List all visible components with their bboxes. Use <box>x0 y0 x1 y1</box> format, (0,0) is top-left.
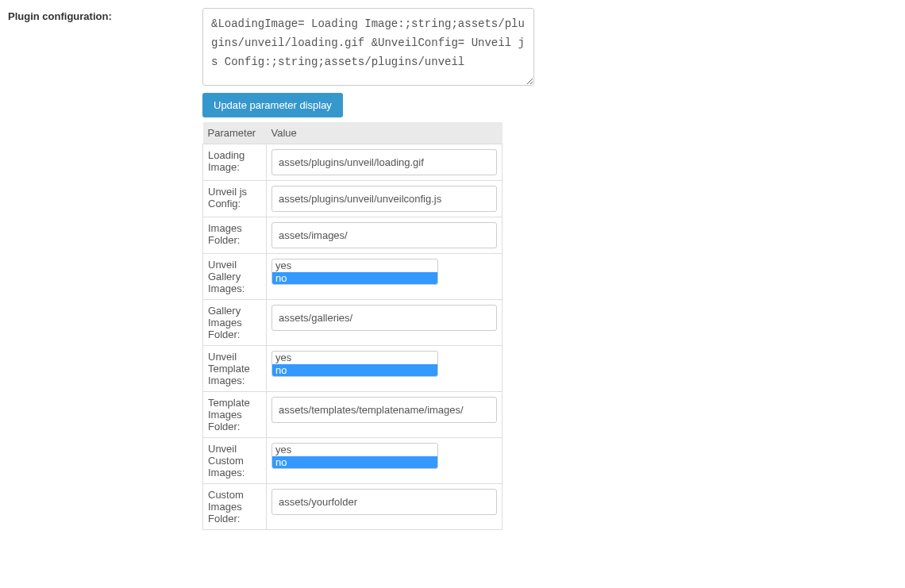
param-text-input[interactable] <box>272 149 497 175</box>
parameter-table: Parameter Value Loading Image:Unveil js … <box>202 122 503 530</box>
parameter-table-body: Loading Image:Unveil js Config:Images Fo… <box>203 144 503 530</box>
param-value-cell: yesno <box>267 254 503 300</box>
param-value-cell <box>267 181 503 217</box>
param-select-option[interactable]: no <box>272 456 437 469</box>
param-label: Unveil Template Images: <box>203 346 267 392</box>
table-row: Loading Image: <box>203 144 503 181</box>
param-select-option[interactable]: yes <box>272 259 437 272</box>
param-select-option[interactable]: yes <box>272 352 437 364</box>
param-text-input[interactable] <box>272 186 497 212</box>
param-label: Images Folder: <box>203 217 267 254</box>
table-row: Gallery Images Folder: <box>203 300 503 346</box>
col-header-parameter: Parameter <box>203 122 267 144</box>
param-text-input[interactable] <box>272 489 497 515</box>
table-row: Unveil js Config: <box>203 181 503 217</box>
table-row: Images Folder: <box>203 217 503 254</box>
table-row: Template Images Folder: <box>203 392 503 438</box>
param-label: Custom Images Folder: <box>203 484 267 530</box>
param-text-input[interactable] <box>272 222 497 248</box>
plugin-config-content: Update parameter display Parameter Value… <box>202 8 534 530</box>
param-label: Unveil Custom Images: <box>203 438 267 484</box>
update-parameter-display-button[interactable]: Update parameter display <box>202 93 343 117</box>
param-value-cell <box>267 144 503 181</box>
col-header-value: Value <box>267 122 503 144</box>
param-text-input[interactable] <box>272 305 497 331</box>
table-row: Unveil Gallery Images:yesno <box>203 254 503 300</box>
param-value-cell: yesno <box>267 346 503 392</box>
param-value-cell: yesno <box>267 438 503 484</box>
param-select[interactable]: yesno <box>272 443 438 469</box>
param-label: Unveil js Config: <box>203 181 267 217</box>
table-row: Custom Images Folder: <box>203 484 503 530</box>
param-label: Template Images Folder: <box>203 392 267 438</box>
param-value-cell <box>267 484 503 530</box>
param-select-option[interactable]: no <box>272 272 437 285</box>
param-select-option[interactable]: no <box>272 364 437 377</box>
param-value-cell <box>267 217 503 254</box>
table-row: Unveil Custom Images:yesno <box>203 438 503 484</box>
param-select[interactable]: yesno <box>272 351 438 377</box>
plugin-config-row: Plugin configuration: Update parameter d… <box>8 8 897 530</box>
plugin-config-label: Plugin configuration: <box>8 8 202 22</box>
param-value-cell <box>267 392 503 438</box>
table-row: Unveil Template Images:yesno <box>203 346 503 392</box>
param-label: Unveil Gallery Images: <box>203 254 267 300</box>
param-text-input[interactable] <box>272 397 497 423</box>
param-select[interactable]: yesno <box>272 259 438 285</box>
param-value-cell <box>267 300 503 346</box>
param-select-option[interactable]: yes <box>272 444 437 456</box>
param-label: Loading Image: <box>203 144 267 181</box>
param-label: Gallery Images Folder: <box>203 300 267 346</box>
plugin-config-textarea[interactable] <box>202 8 534 86</box>
